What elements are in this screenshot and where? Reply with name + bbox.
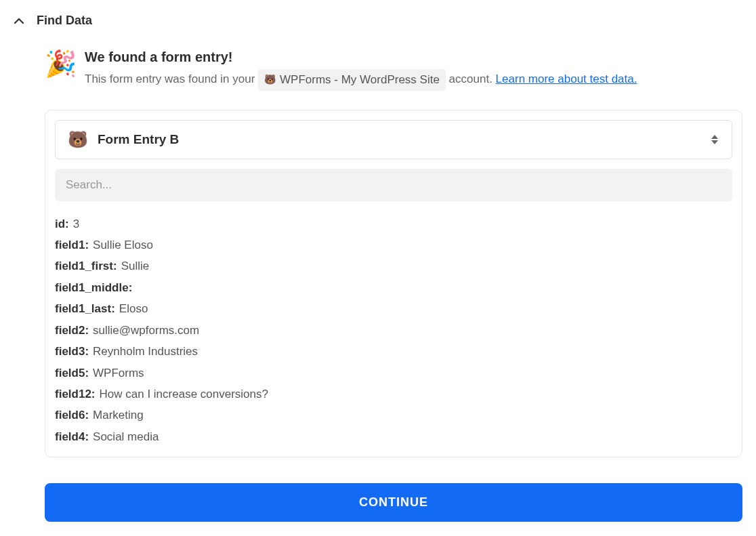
field-row: field1_last:Eloso bbox=[55, 298, 732, 319]
field-value: Eloso bbox=[119, 298, 148, 319]
field-value: Sullie Eloso bbox=[93, 234, 153, 255]
field-key: field1: bbox=[55, 234, 89, 255]
found-subtitle: This form entry was found in your 🐻 WPFo… bbox=[85, 69, 742, 91]
field-value: 3 bbox=[73, 213, 79, 234]
field-value: Social media bbox=[93, 426, 159, 447]
dropdown-arrows-icon bbox=[710, 133, 719, 146]
field-row: field6:Marketing bbox=[55, 405, 732, 426]
result-card: 🐻 Form Entry B id:3field1:Sullie Elosofi… bbox=[45, 110, 742, 458]
chevron-up-icon bbox=[14, 16, 24, 26]
field-key: field3: bbox=[55, 341, 89, 362]
field-value: Marketing bbox=[93, 405, 144, 426]
field-row: field5:WPForms bbox=[55, 363, 732, 384]
field-row: field1_first:Sullie bbox=[55, 255, 732, 276]
field-row: field2:sullie@wpforms.com bbox=[55, 320, 732, 341]
collapse-toggle[interactable] bbox=[14, 16, 24, 26]
field-key: field1_last: bbox=[55, 298, 115, 319]
field-key: id: bbox=[55, 213, 69, 234]
celebrate-icon: 🎉 bbox=[45, 51, 77, 77]
search-input[interactable] bbox=[55, 169, 732, 201]
field-row: id:3 bbox=[55, 213, 732, 234]
field-key: field1_first: bbox=[55, 255, 117, 276]
field-value: Sullie bbox=[121, 255, 150, 276]
account-chip: 🐻 WPForms - My WordPress Site bbox=[258, 69, 446, 91]
fields-list: id:3field1:Sullie Elosofield1_first:Sull… bbox=[55, 213, 732, 448]
learn-more-link[interactable]: Learn more about test data. bbox=[496, 73, 637, 85]
account-name: WPForms - My WordPress Site bbox=[280, 71, 440, 89]
field-row: field12:How can I increase conversions? bbox=[55, 384, 732, 405]
field-key: field4: bbox=[55, 426, 89, 447]
field-row: field3:Reynholm Industries bbox=[55, 341, 732, 362]
field-value: WPForms bbox=[93, 363, 144, 384]
field-row: field4:Social media bbox=[55, 426, 732, 447]
wpforms-icon: 🐻 bbox=[264, 73, 276, 87]
subtitle-pre: This form entry was found in your bbox=[85, 73, 258, 85]
dropdown-label: Form Entry B bbox=[98, 132, 700, 147]
field-key: field6: bbox=[55, 405, 89, 426]
field-value: Reynholm Industries bbox=[93, 341, 198, 362]
field-key: field5: bbox=[55, 363, 89, 384]
field-row: field1_middle: bbox=[55, 277, 732, 298]
field-key: field12: bbox=[55, 384, 96, 405]
section-title: Find Data bbox=[37, 14, 92, 28]
field-row: field1:Sullie Eloso bbox=[55, 234, 732, 255]
subtitle-post: account. bbox=[449, 73, 496, 85]
form-entry-dropdown[interactable]: 🐻 Form Entry B bbox=[55, 120, 732, 159]
field-key: field1_middle: bbox=[55, 277, 132, 298]
field-value: How can I increase conversions? bbox=[100, 384, 268, 405]
found-title: We found a form entry! bbox=[85, 49, 742, 65]
field-key: field2: bbox=[55, 320, 89, 341]
continue-button[interactable]: CONTINUE bbox=[45, 483, 742, 522]
field-value: sullie@wpforms.com bbox=[93, 320, 199, 341]
bear-icon: 🐻 bbox=[68, 130, 88, 149]
